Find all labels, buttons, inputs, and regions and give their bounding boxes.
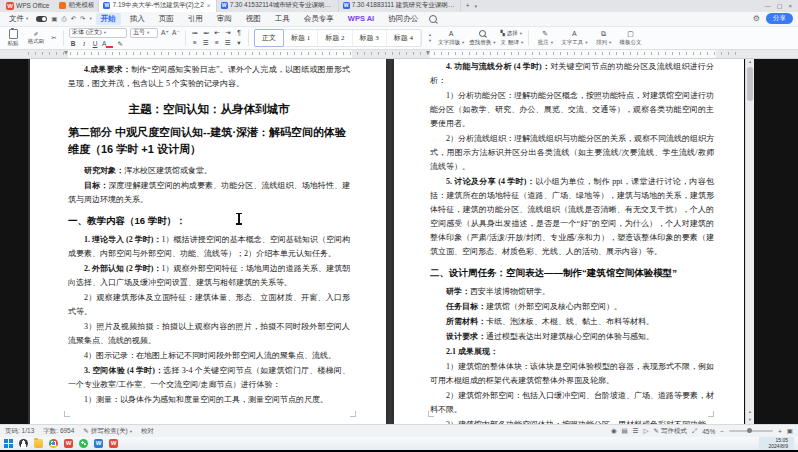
quick-access-caret-icon[interactable]: ▾ <box>90 16 92 21</box>
tab-document-2[interactable]: W 7.30 41532114城市研究专业课纲（2 <box>217 0 339 12</box>
zoom-slider-thumb[interactable] <box>747 428 752 433</box>
tab-document-3[interactable]: W 7.30 41883111 建筑研究专业课纲（2 <box>339 0 461 12</box>
user-app-icon[interactable] <box>19 439 28 448</box>
paragraph[interactable]: 研究对象：浑水校区建筑馆或食堂。 <box>68 164 350 178</box>
paragraph[interactable]: 设计要求：通过模型表达出对建筑核心空间的体验与感知。 <box>430 330 714 344</box>
document-page-right[interactable]: 4. 功能与流线分析 (4 学时)：对关键空间节点的功能分区及流线组织进行分析：… <box>394 59 744 425</box>
indent-icon[interactable]: ⇥ <box>224 29 232 37</box>
paragraph[interactable]: 1）建筑馆的整体体块：该体块是空间体验模型的容器，表现形式不限，例如可用木棍组成… <box>430 360 714 388</box>
file-menu-button[interactable]: 文件 ▾ <box>5 14 32 24</box>
bullet-list-icon[interactable]: ≔ <box>191 29 199 37</box>
outline-view-icon[interactable]: ☰ <box>633 427 639 435</box>
scrollbar-thumb[interactable] <box>747 67 753 101</box>
paragraph[interactable]: 任务目标：建筑馆（外部空间及核心内部空间）。 <box>430 300 714 314</box>
share-button[interactable]: 分享 <box>766 13 793 24</box>
menu-tab-review[interactable]: 审阅 <box>212 13 237 25</box>
paragraph[interactable]: 2）分析流线组织：理解流线组织与功能分区的关系，观察不同流线的组织方式，用图示方… <box>430 132 714 174</box>
arrange-button[interactable]: ⧉ 排列▾ <box>593 30 615 46</box>
text-tool-button[interactable]: A 文字工具▾ <box>561 30 587 46</box>
style-normal[interactable]: 正文 <box>254 29 284 47</box>
file-explorer-icon[interactable] <box>34 439 43 448</box>
paragraph[interactable]: 1. 理论导入 (2 学时)：1）概括讲授空间的基本概念、空间基础知识（空间构成… <box>68 233 350 261</box>
font-color-icon[interactable]: A <box>102 40 113 48</box>
fullscreen-icon[interactable]: ⤢ <box>692 427 697 435</box>
template-doc-button[interactable]: ▢ 模板公文 <box>620 30 642 46</box>
menu-tab-collab[interactable]: 协同办公 <box>383 13 423 25</box>
bold-icon[interactable]: B <box>69 40 77 48</box>
page-down-icon[interactable]: ▼ <box>746 417 754 422</box>
eye-protect-icon[interactable]: ◉ <box>611 427 617 435</box>
proofread-button[interactable]: 校对 <box>141 427 154 436</box>
sub-heading[interactable]: 二、设计周任务：空间表达——制作“建筑馆空间体验模型” <box>430 267 714 280</box>
close-tab-icon[interactable]: × <box>206 2 212 9</box>
document-page-left[interactable]: 4.成果要求：制作“空间感知实验日志”。课外个人完成，以图纸或图册形式呈现，图文… <box>30 59 386 425</box>
justify-icon[interactable]: ☰ <box>224 39 232 47</box>
chrome-icon[interactable] <box>49 439 58 448</box>
font-name-combo[interactable]: 宋体 (正文) ▾ <box>69 28 127 38</box>
page-number-status[interactable]: 页码: 1/13 <box>5 427 34 436</box>
page-view-icon[interactable]: ▤ <box>622 427 628 435</box>
menu-tab-wps-ai[interactable]: WPS AI <box>343 13 379 24</box>
numbered-list-icon[interactable]: ≕ <box>202 29 210 37</box>
horizontal-ruler[interactable] <box>0 50 798 59</box>
align-right-icon[interactable]: ≡ <box>213 39 221 47</box>
paragraph[interactable]: 目标：深度理解建筑空间的构成要素、功能分区、流线组织、场地特性、建筑与周边环境的… <box>68 179 350 207</box>
paragraph[interactable]: 2.1 成果展现： <box>430 345 714 359</box>
section-heading[interactable]: 第二部分 中观尺度空间认知--建筑·深潜：解码空间的体验维度（16 学时 +1 … <box>68 124 350 158</box>
paragraph[interactable]: 4.成果要求：制作“空间感知实验日志”。课外个人完成，以图纸或图册形式呈现，图文… <box>68 63 350 91</box>
paragraph[interactable]: 4. 功能与流线分析 (4 学时)：对关键空间节点的功能分区及流线组织进行分析： <box>430 60 714 88</box>
maximize-button[interactable]: ▢ <box>777 2 783 9</box>
select-button[interactable]: ▚选择▾ <box>501 30 524 37</box>
menu-tab-tools[interactable]: 工具 <box>270 13 295 25</box>
docs-app-icon[interactable]: W <box>94 439 103 448</box>
align-center-icon[interactable]: ☰ <box>202 39 210 47</box>
paragraph[interactable]: 3）照片及视频拍摄：拍摄以上观察内容的照片，拍摄不同时段外部空间人流聚集点、流线… <box>68 320 350 348</box>
autosave-toggle[interactable] <box>36 16 47 22</box>
paragraph[interactable]: 5. 讨论及分享 (4 学时)：以小组为单位，制作 ppt，课堂进行讨论，内容包… <box>430 175 714 259</box>
wps-taskbar-icon[interactable]: W <box>64 439 73 448</box>
align-left-icon[interactable]: ≡ <box>191 39 199 47</box>
spellcheck-status[interactable]: ✎ 拼写检查(关) ▾ <box>83 427 132 436</box>
indent-marker[interactable] <box>64 51 68 55</box>
menu-tab-insert[interactable]: 插入 <box>125 13 150 25</box>
sub-heading[interactable]: 一、教学内容（16 学时）： <box>68 215 350 228</box>
scroll-up-icon[interactable]: ▲ <box>428 32 432 37</box>
style-heading-3[interactable]: 标题 3 <box>353 30 387 46</box>
minimize-button[interactable]: — <box>765 3 771 9</box>
word-count-status[interactable]: 字数: 6954 <box>43 427 74 436</box>
close-window-button[interactable]: × <box>788 3 792 9</box>
write-mode-button[interactable]: ✎ 写作模式 <box>654 427 687 436</box>
save-icon[interactable]: ▣ <box>51 15 57 23</box>
paragraph[interactable]: 4）图示记录：在地图上标记不同时间段外部空间人流的聚集点、流线。 <box>68 349 350 363</box>
paragraph[interactable]: 所需材料：卡纸、泡沫板、木棍、线、黏土、布料等材料。 <box>430 315 714 329</box>
style-heading-2[interactable]: 标题 2 <box>318 30 352 46</box>
menu-tab-reference[interactable]: 引用 <box>183 13 208 25</box>
redo-icon[interactable]: ↷ <box>80 15 85 23</box>
cut-icon[interactable]: ✂ <box>50 34 58 42</box>
zoom-in-icon[interactable]: + <box>778 428 782 435</box>
find-replace-button[interactable]: 查找替换▾ <box>469 30 495 46</box>
paragraph[interactable]: 1）分析功能分区：理解功能分区概念，按照功能特点，对建筑馆空间进行功能分区（如教… <box>430 89 714 131</box>
indent-marker[interactable] <box>426 51 430 55</box>
paragraph[interactable]: 3）建筑馆内部各功能空间体块：按照功能分区，用材料或色彩对不同功能 <box>430 418 714 425</box>
wps-taskbar-icon-2[interactable]: W <box>109 439 118 448</box>
play-view-icon[interactable]: ▷ <box>644 427 649 435</box>
fit-page-icon[interactable]: ▣ <box>787 427 793 435</box>
shrink-font-icon[interactable]: A⁻ <box>172 29 180 37</box>
app-brand[interactable]: W WPS Office <box>0 0 55 12</box>
tab-list-caret-icon[interactable]: ▾ <box>474 0 481 12</box>
style-heading-1[interactable]: 标题 1 <box>284 30 318 46</box>
menu-tab-page[interactable]: 页面 <box>154 13 179 25</box>
scroll-down-icon[interactable]: ▼ <box>428 38 432 43</box>
page-up-icon[interactable]: ▲ <box>746 409 754 414</box>
paragraph[interactable]: 2. 外部认知 (2 学时)：1）观察外部空间特征：场地周边的道路关系、建筑朝向… <box>68 262 350 290</box>
zoom-out-icon[interactable]: − <box>720 428 724 435</box>
underline-icon[interactable]: U <box>91 40 99 48</box>
new-tab-button[interactable]: + <box>461 0 475 12</box>
style-heading-4[interactable]: 标题 4 <box>387 30 421 46</box>
grow-font-icon[interactable]: A⁺ <box>161 29 169 37</box>
paragraph[interactable]: 2）建筑馆外部空间：包括入口缓冲空间、台阶坡道、广场、道路等要素，材料不限。 <box>430 389 714 417</box>
paragraph[interactable]: 研学：西安半坡博物馆研学。 <box>430 285 714 299</box>
style-gallery-scroll[interactable]: ▲ ▼ <box>427 32 433 43</box>
typeset-button[interactable]: A 文字排版▾ <box>438 30 464 46</box>
